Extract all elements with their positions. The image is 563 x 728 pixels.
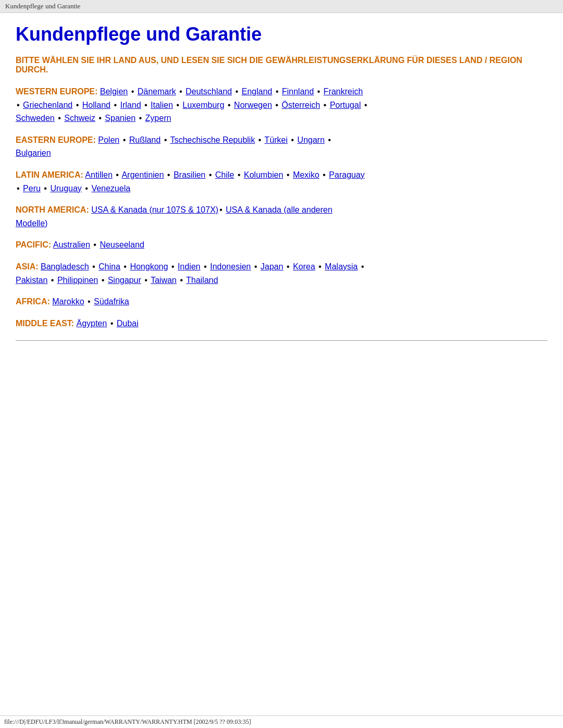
link-bangladesch[interactable]: Bangladesch (41, 262, 89, 271)
link-singapur[interactable]: Singapur (108, 276, 141, 285)
link-frankreich[interactable]: Frankreich (324, 87, 363, 96)
link-ungarn[interactable]: Ungarn (297, 135, 324, 144)
link-spanien[interactable]: Spanien (105, 114, 136, 122)
region-western-europe: WESTERN EUROPE: Belgien • Dänemark • Deu… (16, 85, 547, 125)
link-philippinen[interactable]: Philippinen (57, 276, 98, 285)
region-label-north-america: NORTH AMERICA: (16, 205, 89, 214)
link-polen[interactable]: Polen (98, 135, 119, 144)
browser-tab: Kundenpflege und Garantie (0, 0, 563, 13)
link-china[interactable]: China (99, 262, 120, 271)
link-portugal[interactable]: Portugal (330, 101, 361, 109)
link-marokko[interactable]: Marokko (52, 297, 84, 306)
region-label-asia: ASIA: (16, 262, 39, 271)
link-australien[interactable]: Australien (53, 240, 90, 249)
region-links-middle-east: Ägypten • Dubai (76, 319, 138, 328)
link-paraguay[interactable]: Paraguay (329, 170, 365, 179)
link-usa-kanada-107[interactable]: USA & Kanada (nur 107S & 107X) (91, 205, 218, 214)
link-russland[interactable]: Rußland (129, 135, 161, 144)
region-label-latin-america: LATIN AMERICA: (16, 170, 83, 179)
link-belgien[interactable]: Belgien (100, 87, 128, 96)
link-bulgarien[interactable]: Bulgarien (16, 149, 51, 157)
link-taiwan[interactable]: Taiwan (151, 276, 177, 285)
link-antillen[interactable]: Antillen (85, 170, 112, 179)
region-label-middle-east: MIDDLE EAST: (16, 319, 74, 328)
region-label-africa: AFRICA: (16, 297, 50, 306)
region-label-eastern-europe: EASTERN EUROPE: (16, 135, 96, 144)
link-tschechische-republik[interactable]: Tschechische Republik (170, 135, 255, 144)
link-uruguay[interactable]: Uruguay (50, 184, 81, 193)
link-indonesien[interactable]: Indonesien (210, 262, 251, 271)
link-suedafrika[interactable]: Südafrika (94, 297, 129, 306)
link-griechenland[interactable]: Griechenland (23, 101, 72, 109)
region-middle-east: MIDDLE EAST: Ägypten • Dubai (16, 317, 547, 330)
region-north-america: NORTH AMERICA: USA & Kanada (nur 107S & … (16, 203, 547, 230)
link-daenemark[interactable]: Dänemark (138, 87, 176, 96)
region-links-asia: Bangladesch • China • Hongkong • Indien … (16, 262, 365, 285)
link-italien[interactable]: Italien (151, 101, 173, 109)
link-irland[interactable]: Irland (120, 101, 141, 109)
region-latin-america: LATIN AMERICA: Antillen • Argentinien • … (16, 168, 547, 195)
link-deutschland[interactable]: Deutschland (186, 87, 232, 96)
link-korea[interactable]: Korea (293, 262, 315, 271)
link-hongkong[interactable]: Hongkong (130, 262, 168, 271)
link-zypern[interactable]: Zypern (145, 114, 172, 122)
bottom-divider (16, 340, 547, 341)
region-pacific: PACIFIC: Australien • Neuseeland (16, 238, 547, 252)
link-indien[interactable]: Indien (178, 262, 201, 271)
main-content: Kundenpflege und Garantie BITTE WÄHLEN S… (0, 13, 563, 377)
link-kolumbien[interactable]: Kolumbien (244, 170, 284, 179)
page-footer: file:///D|/EDFU/LF3/lf3manual/german/WAR… (0, 715, 563, 728)
link-holland[interactable]: Holland (82, 101, 111, 109)
link-norwegen[interactable]: Norwegen (234, 101, 272, 109)
link-mexiko[interactable]: Mexiko (293, 170, 320, 179)
link-finnland[interactable]: Finnland (282, 87, 314, 96)
link-venezuela[interactable]: Venezuela (91, 184, 130, 193)
link-aegypten[interactable]: Ägypten (76, 319, 107, 328)
region-label-western-europe: WESTERN EUROPE: (16, 87, 97, 96)
intro-text: BITTE WÄHLEN SIE IHR LAND AUS, UND LESEN… (16, 56, 547, 75)
link-argentinien[interactable]: Argentinien (121, 170, 164, 179)
link-schweiz[interactable]: Schweiz (64, 114, 95, 122)
region-links-pacific: Australien • Neuseeland (53, 240, 144, 249)
link-pakistan[interactable]: Pakistan (16, 276, 47, 285)
link-peru[interactable]: Peru (23, 184, 41, 193)
link-chile[interactable]: Chile (215, 170, 234, 179)
region-africa: AFRICA: Marokko • Südafrika (16, 295, 547, 309)
region-links-africa: Marokko • Südafrika (52, 297, 129, 306)
link-dubai[interactable]: Dubai (117, 319, 139, 328)
link-england[interactable]: England (241, 87, 272, 96)
tab-title: Kundenpflege und Garantie (5, 2, 80, 10)
link-brasilien[interactable]: Brasilien (174, 170, 205, 179)
link-schweden[interactable]: Schweden (16, 114, 55, 122)
region-asia: ASIA: Bangladesch • China • Hongkong • I… (16, 260, 547, 287)
link-luxemburg[interactable]: Luxemburg (182, 101, 224, 109)
link-neuseeland[interactable]: Neuseeland (100, 240, 144, 249)
link-japan[interactable]: Japan (261, 262, 284, 271)
region-label-pacific: PACIFIC: (16, 240, 51, 249)
link-thailand[interactable]: Thailand (186, 276, 218, 285)
region-eastern-europe: EASTERN EUROPE: Polen • Rußland • Tschec… (16, 133, 547, 160)
link-malaysia[interactable]: Malaysia (325, 262, 358, 271)
footer-text: file:///D|/EDFU/LF3/lf3manual/german/WAR… (4, 718, 251, 725)
link-oesterreich[interactable]: Österreich (282, 101, 320, 109)
link-tuerkei[interactable]: Türkei (264, 135, 287, 144)
page-heading: Kundenpflege und Garantie (16, 23, 547, 45)
